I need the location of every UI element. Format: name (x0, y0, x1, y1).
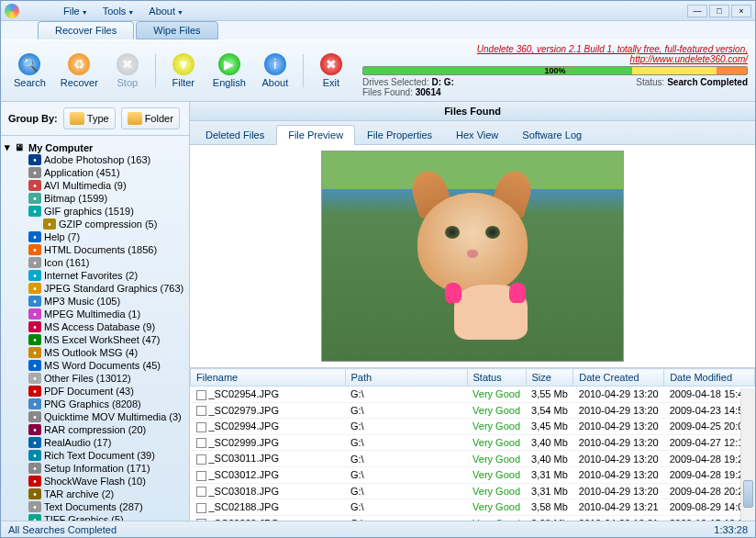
tree-item[interactable]: •Setup Information (171) (5, 462, 185, 475)
folder-icon (128, 112, 142, 125)
tree-root[interactable]: ▾ 🖥 My Computer (5, 141, 185, 153)
file-type-icon: • (28, 180, 41, 191)
tab-file-properties[interactable]: File Properties (355, 125, 444, 144)
tree-item[interactable]: •Icon (161) (5, 256, 185, 269)
row-checkbox[interactable] (196, 422, 206, 432)
file-type-icon: • (28, 386, 41, 397)
table-row[interactable]: _SC02979.JPGG:\Very Good3,54 Mb2010-04-2… (191, 402, 755, 419)
tree-item[interactable]: •MS Outlook MSG (4) (5, 346, 185, 359)
col-status[interactable]: Status (467, 369, 526, 387)
col-size[interactable]: Size (526, 369, 573, 387)
recover-button[interactable]: ♻Recover (55, 51, 104, 90)
scroll-thumb[interactable] (743, 480, 753, 508)
tree-item[interactable]: •Help (7) (5, 230, 185, 243)
about-button[interactable]: iAbout (255, 51, 295, 90)
groupby-type-button[interactable]: Type (63, 107, 116, 129)
table-row[interactable]: _SC02188.JPGG:\Very Good3,58 Mb2010-04-2… (191, 499, 755, 516)
tree-item[interactable]: •HTML Documents (1856) (5, 243, 185, 256)
tree-item[interactable]: •MPEG Multimedia (1) (5, 308, 185, 320)
col-modified[interactable]: Date Modified (664, 369, 755, 387)
table-row[interactable]: _SC02263.JPGG:\Very Good3,28 Mb2010-04-2… (191, 515, 755, 521)
tree-item[interactable]: •Adobe Photoshop (163) (5, 153, 185, 166)
tree-item-label: MP3 Music (105) (44, 296, 120, 307)
status-label: Status: (636, 77, 664, 87)
menubar: File▼ Tools▼ About▼ (27, 4, 220, 18)
tree-item[interactable]: •Other Files (13012) (5, 372, 185, 385)
tree-item[interactable]: •ShockWave Flash (10) (5, 475, 185, 488)
tree-item[interactable]: •JPEG Standard Graphics (763) (5, 282, 185, 295)
tree-item[interactable]: •GZIP compression (5) (5, 218, 185, 230)
module-tabs: Recover Files Wipe Files (1, 21, 755, 39)
tree-item-label: MS Word Documents (45) (44, 360, 161, 371)
row-checkbox[interactable] (196, 487, 206, 497)
tree-item[interactable]: •RealAudio (17) (5, 436, 185, 449)
tree-item[interactable]: •MP3 Music (105) (5, 295, 185, 308)
table-row[interactable]: _SC03012.JPGG:\Very Good3,31 Mb2010-04-2… (191, 466, 755, 483)
minimize-button[interactable]: — (687, 5, 707, 17)
tree-item[interactable]: •MS Excel WorkSheet (47) (5, 333, 185, 346)
tree-item[interactable]: •PNG Graphics (8208) (5, 398, 185, 410)
row-checkbox[interactable] (196, 406, 206, 416)
search-button[interactable]: 🔍Search (8, 51, 51, 90)
panel-title: Files Found (190, 102, 755, 121)
tree-item[interactable]: •Rich Text Document (39) (5, 449, 185, 462)
filter-icon: ▼ (172, 53, 195, 75)
tree-item[interactable]: •AVI Multimedia (9) (5, 179, 185, 192)
tree-item-label: Application (451) (44, 167, 120, 178)
tab-wipe-files[interactable]: Wipe Files (136, 21, 217, 39)
table-row[interactable]: _SC02999.JPGG:\Very Good3,40 Mb2010-04-2… (191, 434, 755, 451)
tree-item[interactable]: •Text Documents (287) (5, 500, 185, 513)
maximize-button[interactable]: □ (709, 5, 729, 17)
menu-file[interactable]: File▼ (63, 6, 88, 17)
folder-icon (70, 112, 84, 125)
row-checkbox[interactable] (196, 519, 206, 521)
table-row[interactable]: _SC02954.JPGG:\Very Good3,55 Mb2010-04-2… (191, 387, 755, 403)
tree-item-label: AVI Multimedia (9) (44, 180, 127, 191)
tree-item[interactable]: •MS Access Database (9) (5, 320, 185, 333)
tree-item[interactable]: •Bitmap (1599) (5, 192, 185, 205)
tree-item[interactable]: •TIFF Graphics (5) (5, 513, 185, 521)
groupby-folder-button[interactable]: Folder (121, 107, 180, 129)
menu-about[interactable]: About▼ (149, 6, 183, 17)
file-type-icon: • (28, 450, 41, 461)
table-row[interactable]: _SC02994.JPGG:\Very Good3,45 Mb2010-04-2… (191, 419, 755, 435)
tab-file-preview[interactable]: File Preview (276, 125, 355, 145)
scrollbar[interactable] (740, 388, 755, 521)
tree-item[interactable]: •Application (451) (5, 166, 185, 179)
titlebar: File▼ Tools▼ About▼ — □ × (1, 1, 755, 21)
tree-item[interactable]: •GIF graphics (1519) (5, 205, 185, 218)
close-button[interactable]: × (731, 5, 751, 17)
tab-hex-view[interactable]: Hex View (444, 125, 510, 144)
tree-item[interactable]: •MS Word Documents (45) (5, 359, 185, 372)
tab-recover-files[interactable]: Recover Files (38, 21, 134, 39)
tree-item[interactable]: •Quicktime MOV Multimedia (3) (5, 410, 185, 423)
menu-tools[interactable]: Tools▼ (103, 6, 135, 17)
language-button[interactable]: ▶English (207, 51, 251, 90)
tree-item-label: MS Access Database (9) (44, 321, 155, 332)
tree-item[interactable]: •TAR archive (2) (5, 488, 185, 500)
tab-deleted-files[interactable]: Deleted Files (194, 125, 276, 144)
col-filename[interactable]: Filename (191, 369, 346, 387)
table-row[interactable]: _SC03018.JPGG:\Very Good3,31 Mb2010-04-2… (191, 483, 755, 499)
filter-button[interactable]: ▼Filter (163, 51, 204, 90)
tab-software-log[interactable]: Software Log (510, 125, 594, 144)
col-path[interactable]: Path (345, 369, 467, 387)
drives-label: Drives Selected: (362, 77, 429, 87)
status-message: All Searches Completed (8, 524, 117, 535)
tree-item-label: GZIP compression (5) (59, 219, 157, 230)
col-created[interactable]: Date Created (573, 369, 664, 387)
row-checkbox[interactable] (196, 390, 206, 400)
progress-text: 100% (544, 66, 565, 75)
row-checkbox[interactable] (196, 438, 206, 448)
table-row[interactable]: _SC03011.JPGG:\Very Good3,40 Mb2010-04-2… (191, 451, 755, 467)
tree-item[interactable]: •PDF Document (43) (5, 385, 185, 398)
exit-button[interactable]: ✖Exit (311, 51, 351, 90)
row-checkbox[interactable] (196, 454, 206, 465)
row-checkbox[interactable] (196, 471, 206, 481)
tree-item[interactable]: •RAR compression (20) (5, 423, 185, 436)
row-checkbox[interactable] (196, 503, 206, 513)
version-link[interactable]: Undelete 360, version 2.1 Build 1, total… (362, 44, 748, 64)
status-panel: Undelete 360, version 2.1 Build 1, total… (362, 44, 748, 97)
file-grid: Filename Path Status Size Date Created D… (190, 368, 755, 521)
tree-item[interactable]: •Internet Favorites (2) (5, 269, 185, 282)
